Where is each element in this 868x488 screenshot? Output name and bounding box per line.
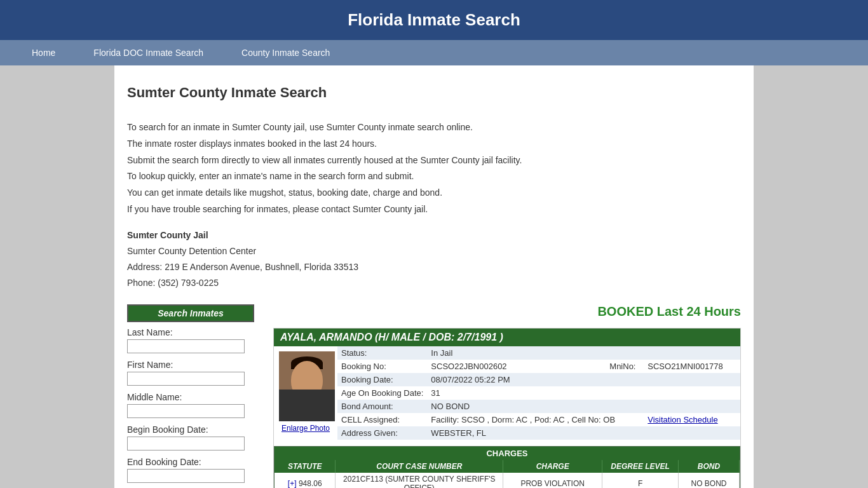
table-row: Bond Amount: NO BOND bbox=[337, 400, 740, 413]
desc-line-2: The inmate roster displays inmates booke… bbox=[127, 137, 741, 152]
mnino-value-empty bbox=[644, 346, 740, 360]
jail-address: Address: 219 E Anderson Avenue, Bushnell… bbox=[127, 259, 741, 275]
charges-col-charge: CHARGE bbox=[503, 460, 602, 473]
middle-name-label: Middle Name: bbox=[127, 392, 254, 402]
bond-amount-label: Bond Amount: bbox=[337, 400, 427, 413]
last-name-label: Last Name: bbox=[127, 327, 254, 337]
results-area: BOOKED Last 24 Hours AYALA, ARMANDO (H/ … bbox=[273, 304, 741, 488]
charge-statute-value: 948.06 bbox=[299, 479, 322, 488]
inmate-record: AYALA, ARMANDO (H/ MALE / DOB: 2/7/1991 … bbox=[273, 328, 741, 488]
table-row: Status: In Jail bbox=[337, 346, 740, 360]
nav-county[interactable]: County Inmate Search bbox=[222, 43, 349, 63]
mnino-value: SCSO21MNI001778 bbox=[644, 360, 740, 373]
inmate-body: Enlarge Photo Status: In Jail bbox=[274, 346, 740, 440]
table-row: Age On Booking Date: 31 bbox=[337, 386, 740, 400]
begin-booking-input[interactable] bbox=[127, 437, 245, 451]
mugshot bbox=[279, 351, 335, 421]
booking-date-value: 08/07/2022 05:22 PM bbox=[427, 373, 740, 386]
table-row: Booking Date: 08/07/2022 05:22 PM bbox=[337, 373, 740, 386]
booking-no-label: Booking No: bbox=[337, 360, 427, 373]
desc-line-5: You can get inmate details like mugshot,… bbox=[127, 186, 741, 201]
mnino-label-empty bbox=[606, 346, 644, 360]
booked-header: BOOKED Last 24 Hours bbox=[273, 304, 741, 319]
status-value: In Jail bbox=[427, 346, 606, 360]
jail-info: Sumter County Jail Sumter County Detenti… bbox=[127, 227, 741, 292]
end-booking-label: End Booking Date: bbox=[127, 457, 254, 467]
nav-home[interactable]: Home bbox=[13, 43, 74, 63]
mugshot-body bbox=[279, 390, 335, 421]
charge-case-number: 2021CF113 (SUMTER COUNTY SHERIFF'S OFFIC… bbox=[336, 473, 503, 488]
jail-name: Sumter County Jail bbox=[127, 227, 741, 243]
first-name-input[interactable] bbox=[127, 372, 245, 386]
charges-col-degree: DEGREE LEVEL bbox=[602, 460, 679, 473]
jail-facility: Sumter County Detention Center bbox=[127, 243, 741, 259]
cell-assigned-value: Facility: SCSO , Dorm: AC , Pod: AC , Ce… bbox=[427, 413, 644, 426]
charge-expand-link[interactable]: [+] bbox=[288, 479, 297, 488]
charges-col-case: COURT CASE NUMBER bbox=[336, 460, 503, 473]
charges-header-row: STATUTE COURT CASE NUMBER CHARGE DEGREE … bbox=[275, 460, 740, 473]
bond-amount-value: NO BOND bbox=[427, 400, 740, 413]
status-label: Status: bbox=[337, 346, 427, 360]
table-row: Address Given: WEBSTER, FL bbox=[337, 426, 740, 440]
address-value: WEBSTER, FL bbox=[427, 426, 740, 440]
desc-line-6: If you have trouble searching for inmate… bbox=[127, 202, 741, 217]
nav-fl-doc[interactable]: Florida DOC Inmate Search bbox=[74, 43, 222, 63]
address-label: Address Given: bbox=[337, 426, 427, 440]
content-wrapper: Sumter County Inmate Search To search fo… bbox=[114, 65, 754, 488]
booking-no-value: SCSO22JBN002602 bbox=[427, 360, 606, 373]
charge-row: [+] 948.06 2021CF113 (SUMTER COUNTY SHER… bbox=[275, 473, 740, 488]
inmate-name-bar: AYALA, ARMANDO (H/ MALE / DOB: 2/7/1991 … bbox=[274, 329, 740, 346]
enlarge-photo-link[interactable]: Enlarge Photo bbox=[279, 424, 332, 433]
main-nav: Home Florida DOC Inmate Search County In… bbox=[0, 40, 868, 65]
inmate-photo-col: Enlarge Photo bbox=[274, 346, 337, 440]
charges-col-bond: BOND bbox=[679, 460, 740, 473]
visitation-link[interactable]: Visitation Schedule bbox=[648, 415, 717, 424]
search-sidebar: Search Inmates Last Name: First Name: Mi… bbox=[127, 304, 254, 488]
booking-date-label: Booking Date: bbox=[337, 373, 427, 386]
details-table: Status: In Jail Booking No: SCSO22JBN002… bbox=[337, 346, 740, 440]
charges-col-statute: STATUTE bbox=[275, 460, 336, 473]
charge-degree: F bbox=[602, 473, 679, 488]
age-value: 31 bbox=[427, 386, 740, 400]
description-block: To search for an inmate in Sumter County… bbox=[127, 120, 741, 217]
jail-phone: Phone: (352) 793-0225 bbox=[127, 275, 741, 291]
inmate-details-col: Status: In Jail Booking No: SCSO22JBN002… bbox=[337, 346, 740, 440]
desc-line-4: To lookup quickly, enter an inmate's nam… bbox=[127, 169, 741, 184]
site-header: Florida Inmate Search bbox=[0, 0, 868, 40]
middle-name-input[interactable] bbox=[127, 404, 245, 418]
begin-booking-label: Begin Booking Date: bbox=[127, 424, 254, 435]
charges-title-bar: CHARGES bbox=[275, 447, 740, 460]
charges-table: STATUTE COURT CASE NUMBER CHARGE DEGREE … bbox=[275, 460, 740, 488]
site-title: Florida Inmate Search bbox=[0, 10, 868, 30]
first-name-label: First Name: bbox=[127, 360, 254, 370]
charge-statute: [+] 948.06 bbox=[275, 473, 336, 488]
main-layout: Search Inmates Last Name: First Name: Mi… bbox=[127, 304, 741, 488]
page-heading: Sumter County Inmate Search bbox=[127, 85, 741, 101]
desc-line-3: Submit the search form directly to view … bbox=[127, 153, 741, 168]
mnino-label: MniNo: bbox=[606, 360, 644, 373]
desc-line-1: To search for an inmate in Sumter County… bbox=[127, 120, 741, 135]
charge-bond: NO BOND bbox=[679, 473, 740, 488]
cell-assigned-label: CELL Assigned: bbox=[337, 413, 427, 426]
table-row: Booking No: SCSO22JBN002602 MniNo: SCSO2… bbox=[337, 360, 740, 373]
charges-section: CHARGES STATUTE COURT CASE NUMBER CHARGE… bbox=[274, 446, 740, 488]
table-row: CELL Assigned: Facility: SCSO , Dorm: AC… bbox=[337, 413, 740, 426]
end-booking-input[interactable] bbox=[127, 469, 245, 483]
charge-name: PROB VIOLATION bbox=[503, 473, 602, 488]
search-box-title: Search Inmates bbox=[127, 304, 254, 322]
last-name-input[interactable] bbox=[127, 339, 245, 353]
age-label: Age On Booking Date: bbox=[337, 386, 427, 400]
